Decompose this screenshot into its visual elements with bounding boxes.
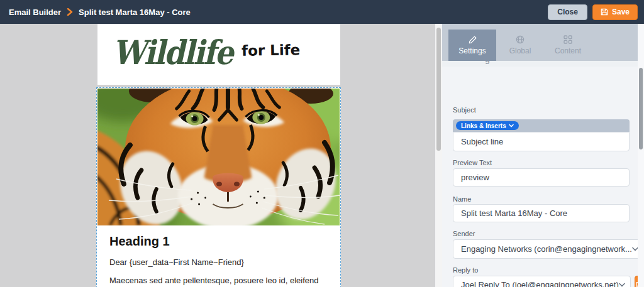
save-icon (601, 8, 608, 16)
tab-settings-label: Settings (458, 46, 486, 55)
grid-icon (564, 35, 572, 44)
tab-global[interactable]: Global (496, 30, 544, 61)
reply-to-value: Joel Reply To (joel@engagingnetworks.net… (461, 280, 619, 287)
name-input[interactable] (453, 204, 630, 222)
tab-global-label: Global (509, 46, 531, 55)
links-inserts-button[interactable]: Links & Inserts (456, 121, 519, 130)
subject-toolbar: Links & Inserts (453, 119, 630, 132)
sender-label: Sender (453, 230, 475, 237)
wildlife-logo: Wildlife for Life (113, 35, 300, 70)
chevron-down-icon (509, 124, 514, 127)
preview-text-input[interactable] (453, 168, 630, 187)
tab-settings[interactable]: Settings (448, 30, 496, 61)
email-heading: Heading 1 (109, 234, 328, 249)
breadcrumb-app: Email Builder (9, 8, 61, 17)
email-salutation: Dear {user_data~First Name~Friend} (109, 257, 328, 267)
selected-email-block[interactable]: Heading 1 Dear {user_data~First Name~Fri… (96, 87, 341, 287)
sender-row: Engaging Networks (corin@engagingnetwork… (453, 239, 631, 259)
panel-content: Subject Links & Inserts Preview Text Nam… (442, 67, 638, 287)
reply-to-row: Joel Reply To (joel@engagingnetworks.net… (453, 276, 631, 287)
subject-label: Subject (453, 106, 476, 114)
pencil-icon (469, 36, 477, 44)
close-button[interactable]: Close (548, 4, 587, 20)
canvas-scrollbar[interactable] (435, 24, 442, 287)
reply-to-select[interactable]: Joel Reply To (joel@engagingnetworks.net… (453, 276, 631, 287)
close-button-label: Close (557, 8, 578, 16)
reply-to-label: Reply to (453, 266, 478, 274)
top-header-bar: Email Builder Split test Marta 16May - C… (0, 0, 644, 24)
canvas-scrollbar-thumb[interactable] (436, 28, 441, 151)
name-label: Name (453, 195, 471, 203)
save-button-label: Save (612, 8, 630, 16)
email-builder-app: Email Builder Split test Marta 16May - C… (0, 0, 644, 287)
tab-content[interactable]: Content (544, 30, 592, 61)
panel-tab-bar: Settings Global Content (442, 24, 638, 61)
clipped-section-heading: g (469, 61, 506, 65)
logo-brand-text: Wildlife (113, 33, 232, 72)
logo-tagline-text: for Life (242, 41, 301, 59)
save-button[interactable]: Save (592, 4, 638, 20)
chevron-down-icon (619, 283, 625, 287)
sender-select[interactable]: Engaging Networks (corin@engagingnetwork… (453, 239, 644, 259)
panel-scrollbar[interactable] (638, 24, 644, 287)
globe-icon (516, 35, 525, 44)
tiger-photo[interactable] (97, 89, 340, 225)
tab-content-label: Content (555, 46, 581, 55)
links-inserts-label: Links & Inserts (461, 122, 506, 129)
breadcrumb-chevron-icon (67, 8, 73, 16)
panel-scrollbar-thumb[interactable] (639, 68, 643, 149)
email-canvas: Wildlife for Life (0, 24, 435, 287)
email-header-block[interactable]: Wildlife for Life (97, 24, 340, 85)
sender-value: Engaging Networks (corin@engagingnetwork… (461, 244, 632, 254)
email-text-block[interactable]: Heading 1 Dear {user_data~First Name~Fri… (97, 225, 340, 287)
subject-input[interactable] (453, 132, 630, 151)
settings-panel: Settings Global Content g (442, 24, 644, 287)
preview-text-label: Preview Text (453, 159, 492, 166)
breadcrumb-title: Split test Marta 16May - Core (79, 8, 191, 17)
email-body-text: Maecenas sed ante pellentesque, posuere … (109, 276, 328, 287)
